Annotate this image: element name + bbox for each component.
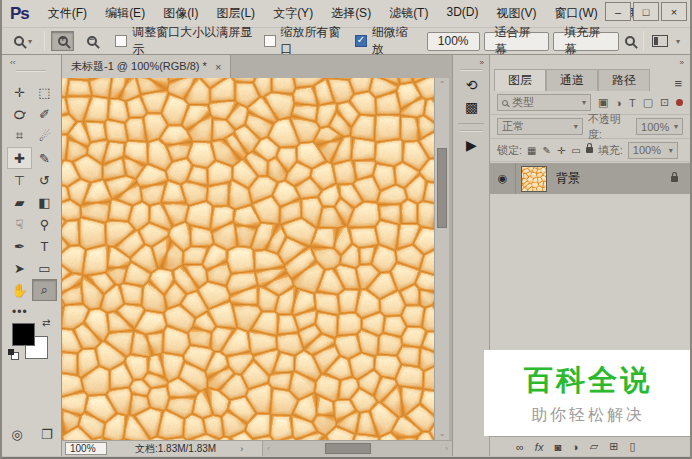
link-layers-icon[interactable]: ∞ <box>516 441 524 453</box>
filter-on-toggle[interactable] <box>676 99 683 106</box>
new-layer-icon[interactable]: ⊞ <box>609 440 618 453</box>
layer-thumbnail[interactable] <box>521 166 547 192</box>
layer-row[interactable]: ◉ 背景 <box>490 163 690 194</box>
eraser-tool[interactable]: ▰ <box>7 191 32 213</box>
filter-type-select[interactable]: 类型 ▾ <box>497 94 591 111</box>
pen-tool[interactable]: ✒ <box>7 235 32 257</box>
shape-layer-filter-icon[interactable]: ▢ <box>643 96 653 109</box>
scrubby-zoom-checkbox[interactable]: 细微缩放 <box>355 24 417 58</box>
layer-group-icon[interactable]: ▱ <box>590 440 598 453</box>
fill-screen-button[interactable]: 填充屏幕 <box>553 32 619 51</box>
crop-tool[interactable]: ⌗ <box>7 125 32 147</box>
zoom-out-button[interactable]: − <box>80 31 103 51</box>
smudge-tool[interactable]: ☟ <box>7 213 32 235</box>
lock-pixels-icon[interactable]: ✎ <box>543 145 551 156</box>
blend-mode-select[interactable]: 正常 ▾ <box>497 118 583 135</box>
search-icon[interactable] <box>625 36 635 46</box>
hand-tool[interactable]: ✋ <box>7 279 32 301</box>
type-layer-filter-icon[interactable]: T <box>629 97 636 109</box>
opacity-select[interactable]: 100% ▾ <box>636 118 683 135</box>
layer-mask-icon[interactable]: ◙ <box>554 441 561 453</box>
layer-style-icon[interactable]: fx <box>535 441 544 453</box>
history-panel-icon[interactable]: ⟲ <box>453 77 490 93</box>
scroll-left-icon[interactable]: ‹ <box>267 444 270 453</box>
scroll-down-icon[interactable]: ⌄ <box>435 429 449 438</box>
fill-select[interactable]: 100% ▾ <box>628 142 678 159</box>
menu-item[interactable]: 3D(D) <box>437 1 487 26</box>
tab-channels[interactable]: 通道 <box>546 69 598 91</box>
menu-item[interactable]: 窗口(W) <box>545 1 606 26</box>
foreground-color-swatch[interactable] <box>12 323 35 346</box>
document-tab[interactable]: 未标题-1 @ 100%(RGB/8) * × <box>62 55 231 78</box>
dodge-tool[interactable]: ⚲ <box>32 213 57 235</box>
menu-item[interactable]: 图层(L) <box>207 1 264 26</box>
checkbox[interactable] <box>355 35 367 47</box>
actions-play-icon[interactable]: ▶ <box>453 137 490 153</box>
lock-position-icon[interactable]: ✛ <box>557 145 565 156</box>
tab-layers[interactable]: 图层 <box>494 69 546 91</box>
smart-object-filter-icon[interactable]: ⊡ <box>660 96 669 109</box>
gradient-tool[interactable]: ◧ <box>32 191 57 213</box>
collapse-dock-icon[interactable]: » <box>680 58 684 67</box>
checkbox[interactable] <box>264 35 276 47</box>
path-selection-tool[interactable]: ➤ <box>7 257 32 279</box>
workspace-icon[interactable] <box>652 35 668 47</box>
delete-layer-icon[interactable]: ▯ <box>629 440 635 453</box>
lasso-tool[interactable]: ℺ <box>7 103 32 125</box>
brush-tool[interactable]: ✎ <box>32 147 57 169</box>
lock-transparency-icon[interactable]: ▦ <box>527 145 536 156</box>
menu-item[interactable]: 视图(V) <box>487 1 545 26</box>
zoom-level-field[interactable]: 100% <box>65 442 107 455</box>
adjustment-layer-filter-icon[interactable]: ◑ <box>615 97 622 109</box>
tab-paths[interactable]: 路径 <box>598 69 650 91</box>
panel-menu-icon[interactable]: ≡ <box>674 76 682 91</box>
spot-healing-brush-tool[interactable]: ✚ <box>7 147 32 169</box>
swap-colors-icon[interactable]: ⇄ <box>42 317 50 328</box>
menu-item[interactable]: 图像(I) <box>154 1 207 26</box>
swatches-panel-icon[interactable]: ▩ <box>453 99 490 115</box>
zoom-all-windows-checkbox[interactable]: 缩放所有窗口 <box>264 24 349 58</box>
close-tab-icon[interactable]: × <box>215 61 221 73</box>
adjustment-layer-icon[interactable]: ◑ <box>572 441 579 453</box>
document-canvas[interactable] <box>62 78 434 440</box>
current-tool-badge[interactable]: ▾ <box>8 33 38 49</box>
shape-tool[interactable]: ▭ <box>32 257 57 279</box>
menu-item[interactable]: 文件(F) <box>39 1 96 26</box>
layer-visibility-toggle[interactable]: ◉ <box>490 163 516 194</box>
vertical-scroll-thumb[interactable] <box>437 148 447 228</box>
minimize-button[interactable]: – <box>605 2 631 21</box>
close-button[interactable]: × <box>661 2 687 21</box>
fit-screen-button[interactable]: 适合屏幕 <box>484 32 550 51</box>
vertical-scrollbar[interactable]: ⌃ ⌄ <box>434 78 449 440</box>
move-tool[interactable]: ✛ <box>7 81 32 103</box>
expand-dock-icon[interactable]: » <box>480 58 484 67</box>
quick-mask-button[interactable]: ◎ <box>11 427 22 442</box>
quick-selection-tool[interactable]: ✐ <box>32 103 57 125</box>
zoom-100-button[interactable]: 100% <box>427 32 480 51</box>
lock-all-icon[interactable] <box>586 147 593 153</box>
maximize-button[interactable]: □ <box>633 2 659 21</box>
default-colors-icon[interactable] <box>8 349 18 359</box>
menu-item[interactable]: 文字(Y) <box>264 1 322 26</box>
eyedropper-tool[interactable]: ☄ <box>32 125 57 147</box>
resize-windows-checkbox[interactable]: 调整窗口大小以满屏显示 <box>115 24 257 58</box>
menu-item[interactable]: 选择(S) <box>322 1 380 26</box>
menu-item[interactable]: 滤镜(T) <box>380 1 437 26</box>
history-brush-tool[interactable]: ↺ <box>32 169 57 191</box>
checkbox[interactable] <box>115 35 127 47</box>
status-expand-icon[interactable]: › <box>240 444 243 454</box>
lock-artboard-icon[interactable]: ▭ <box>571 145 580 156</box>
type-tool[interactable]: T <box>32 235 57 257</box>
zoom-in-button[interactable]: + <box>51 31 74 51</box>
rectangular-marquee-tool[interactable]: ⬚ <box>32 81 57 103</box>
scroll-up-icon[interactable]: ⌃ <box>435 80 449 89</box>
scroll-right-icon[interactable]: › <box>445 444 448 453</box>
collapse-panel-icon[interactable]: ‹‹ <box>10 58 15 67</box>
menu-item[interactable]: 编辑(E) <box>96 1 154 26</box>
horizontal-scrollbar[interactable]: ‹ › <box>262 441 452 456</box>
pixel-layer-filter-icon[interactable]: ▣ <box>598 96 608 109</box>
clone-stamp-tool[interactable]: ⊤ <box>7 169 32 191</box>
zoom-tool[interactable]: ⌕ <box>32 279 57 301</box>
screen-mode-button[interactable]: ❐ <box>41 427 53 442</box>
horizontal-scroll-thumb[interactable] <box>325 443 371 454</box>
